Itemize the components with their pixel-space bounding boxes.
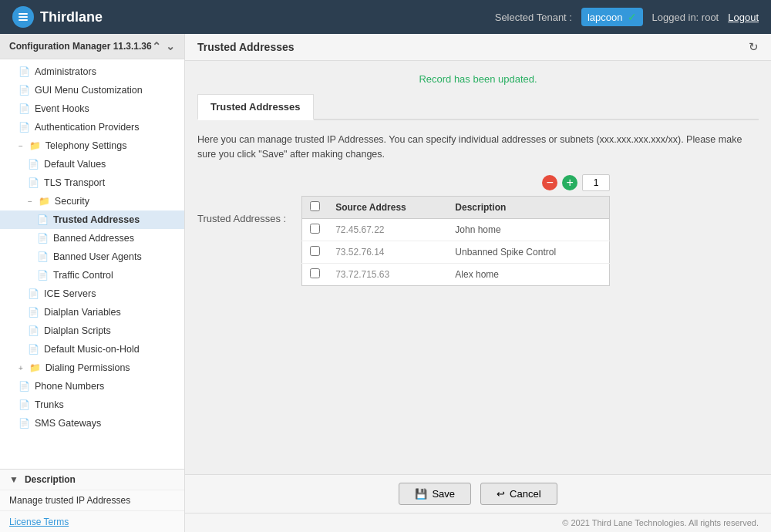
content-area: Trusted Addresses ↻ Record has been upda… (185, 34, 771, 532)
sidebar-item-event-hooks[interactable]: 📄 Event Hooks (0, 99, 184, 118)
add-row-button[interactable]: + (562, 175, 577, 190)
cancel-button[interactable]: ↩ Cancel (480, 483, 557, 505)
sidebar-item-security[interactable]: − 📁 Security (0, 192, 184, 210)
sidebar-item-gui-menu[interactable]: 📄 GUI Menu Customization (0, 81, 184, 99)
sidebar-item-default-values[interactable]: 📄 Default Values (0, 155, 184, 173)
app-name: Thirdlane (40, 9, 103, 25)
collapse-arrow-icon: − (28, 197, 32, 206)
sidebar-item-banned-user-agents[interactable]: 📄 Banned User Agents (0, 247, 184, 266)
cell-source: 73.52.76.14 (328, 241, 447, 263)
page-input[interactable] (582, 174, 610, 191)
description-bar: ▼ Description (0, 469, 184, 490)
sidebar-item-dialplan-scripts[interactable]: 📄 Dialplan Scripts (0, 322, 184, 340)
doc-icon: 📄 (37, 233, 49, 244)
sidebar-item-label: Event Hooks (35, 103, 89, 114)
folder-icon: 📁 (29, 140, 41, 151)
sidebar-item-administrators[interactable]: 📄 Administrators (0, 62, 184, 81)
sidebar-bottom: Manage trusted IP Addresses (0, 490, 184, 510)
row-checkbox[interactable] (310, 224, 320, 234)
table-section: Trusted Addresses : − + Source Address D… (197, 174, 759, 286)
main-layout: Configuration Manager 11.3.1.36 ⌃ ⌄ 📄 Ad… (0, 34, 771, 532)
select-all-checkbox[interactable] (310, 201, 320, 211)
doc-icon: 📄 (37, 214, 49, 225)
sidebar-item-label: Telephony Settings (45, 140, 127, 151)
sidebar-item-label: Default Music-on-Hold (44, 344, 140, 355)
tenant-label: Selected Tenant : (495, 12, 572, 23)
sidebar-item-label: Dialplan Scripts (44, 325, 111, 336)
sidebar-header: Configuration Manager 11.3.1.36 ⌃ ⌄ (0, 34, 184, 59)
svg-rect-0 (19, 13, 28, 15)
sidebar-item-label: Traffic Control (53, 270, 113, 281)
folder-icon: 📁 (29, 362, 41, 373)
save-label: Save (432, 488, 455, 500)
expand-icon[interactable]: ⌄ (166, 40, 175, 52)
sidebar-item-label: TLS Transport (44, 177, 105, 188)
cell-description: Unbanned Spike Control (447, 241, 609, 263)
sidebar-item-label: Authentication Providers (35, 122, 140, 133)
refresh-icon[interactable]: ↻ (749, 40, 759, 54)
tab-bar: Trusted Addresses (197, 94, 759, 120)
sidebar-item-label: Administrators (35, 66, 96, 77)
sidebar-item-label: Default Values (44, 159, 106, 170)
svg-rect-1 (19, 16, 28, 18)
page-title: Trusted Addresses (197, 41, 295, 53)
config-manager-label: Configuration Manager 11.3.1.36 (9, 41, 152, 52)
success-message: Record has been updated. (197, 73, 759, 85)
table-row: 73.72.715.63 Alex home (302, 263, 610, 285)
logo-icon (12, 6, 34, 28)
sidebar-item-sms-gateways[interactable]: 📄 SMS Gateways (0, 414, 184, 433)
trusted-addresses-table: Source Address Description 72.45.67.22 J… (301, 196, 610, 286)
app-header: Thirdlane Selected Tenant : lapcoon ✓ Lo… (0, 0, 771, 34)
table-label: Trusted Addresses : (197, 174, 286, 224)
sidebar-item-trusted-addresses[interactable]: 📄 Trusted Addresses (0, 210, 184, 229)
sidebar-item-ice-servers[interactable]: 📄 ICE Servers (0, 285, 184, 303)
sidebar-item-banned-addresses[interactable]: 📄 Banned Addresses (0, 229, 184, 247)
collapse-icon[interactable]: ⌃ (152, 40, 161, 52)
copyright-text: © 2021 Third Lane Technologies. All righ… (562, 518, 759, 527)
col-header-source: Source Address (328, 196, 447, 218)
sidebar-item-telephony-settings[interactable]: − 📁 Telephony Settings (0, 136, 184, 155)
save-button[interactable]: 💾 Save (399, 483, 471, 505)
tab-trusted-addresses[interactable]: Trusted Addresses (197, 94, 314, 120)
logout-button[interactable]: Logout (728, 12, 759, 23)
table-container: − + Source Address Description (301, 174, 610, 286)
sidebar-nav: 📄 Administrators 📄 GUI Menu Customizatio… (0, 59, 184, 469)
sidebar-item-label: GUI Menu Customization (35, 85, 143, 96)
svg-rect-2 (19, 19, 28, 21)
cancel-icon: ↩ (497, 488, 505, 500)
sidebar-item-phone-numbers[interactable]: 📄 Phone Numbers (0, 377, 184, 396)
doc-icon: 📄 (28, 307, 39, 318)
sidebar-item-trunks[interactable]: 📄 Trunks (0, 396, 184, 414)
sidebar-item-dialplan-variables[interactable]: 📄 Dialplan Variables (0, 303, 184, 322)
sidebar-item-label: Trusted Addresses (53, 214, 140, 225)
doc-icon: 📄 (19, 122, 30, 133)
doc-icon: 📄 (28, 325, 39, 336)
table-row: 73.52.76.14 Unbanned Spike Control (302, 241, 610, 263)
doc-icon: 📄 (19, 399, 30, 410)
sidebar-item-label: Phone Numbers (35, 381, 104, 392)
row-checkbox[interactable] (310, 268, 320, 278)
sidebar-item-dialing-permissions[interactable]: + 📁 Dialing Permissions (0, 359, 184, 377)
row-checkbox[interactable] (310, 246, 320, 256)
doc-icon: 📄 (19, 85, 30, 96)
sidebar-item-label: Banned User Agents (53, 251, 142, 262)
sidebar-item-label: Dialing Permissions (45, 362, 130, 373)
header-right: Selected Tenant : lapcoon ✓ Logged in: r… (495, 8, 759, 26)
folder-icon: 📁 (39, 196, 50, 207)
form-description: Here you can manage trusted IP Addresses… (197, 133, 759, 162)
content-header: Trusted Addresses ↻ (185, 34, 771, 61)
table-toolbar: − + (301, 174, 610, 191)
tenant-selector[interactable]: lapcoon ✓ (581, 8, 643, 26)
sidebar-item-traffic-control[interactable]: 📄 Traffic Control (0, 266, 184, 285)
cancel-label: Cancel (510, 488, 540, 500)
doc-icon: 📄 (19, 66, 30, 77)
remove-row-button[interactable]: − (542, 175, 557, 190)
sidebar-item-music-on-hold[interactable]: 📄 Default Music-on-Hold (0, 340, 184, 359)
license-terms-link[interactable]: License Terms (9, 517, 69, 527)
cell-description: John home (447, 218, 609, 241)
sidebar-item-tls-transport[interactable]: 📄 TLS Transport (0, 173, 184, 192)
sidebar-header-icons: ⌃ ⌄ (152, 40, 175, 52)
sidebar-item-auth-providers[interactable]: 📄 Authentication Providers (0, 118, 184, 136)
sidebar-item-label: SMS Gateways (35, 418, 101, 429)
description-toggle[interactable]: ▼ (9, 474, 19, 485)
